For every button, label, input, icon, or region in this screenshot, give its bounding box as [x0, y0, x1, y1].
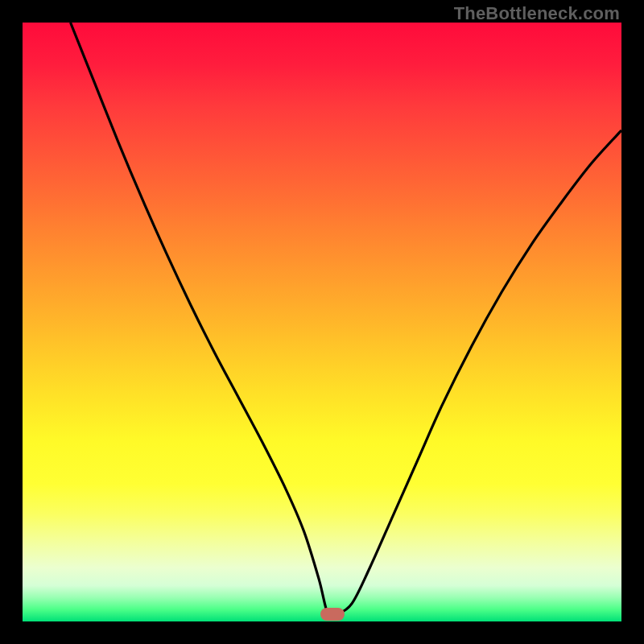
chart-frame: TheBottleneck.com	[0, 0, 644, 644]
attribution-text: TheBottleneck.com	[454, 3, 620, 24]
plot-area	[23, 23, 621, 621]
curve-svg	[23, 23, 621, 621]
bottleneck-curve	[71, 23, 621, 617]
optimum-marker	[320, 608, 345, 621]
